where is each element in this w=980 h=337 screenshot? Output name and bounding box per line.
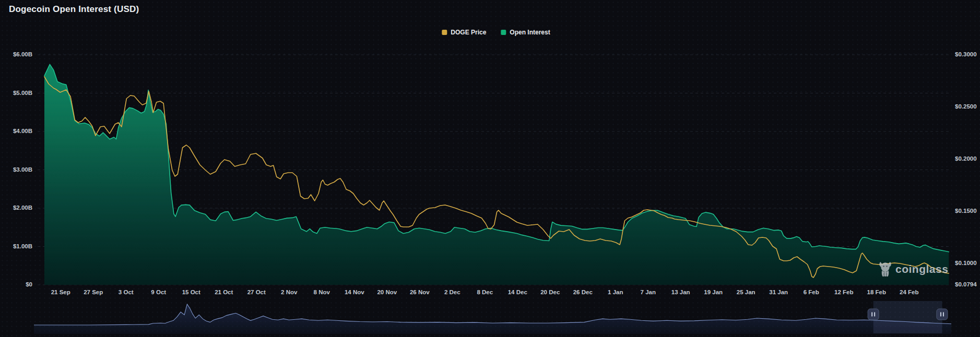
range-navigator[interactable] <box>34 301 951 334</box>
x-axis-label: 31 Jan <box>769 289 788 295</box>
y-axis-left-label: $3.00B <box>0 166 32 173</box>
x-axis-label: 27 Oct <box>247 289 266 295</box>
x-axis-label: 19 Jan <box>704 289 723 295</box>
y-axis-right-label: $0.3000 <box>955 51 977 57</box>
navigator-left-handle[interactable] <box>868 309 879 320</box>
x-axis-label: 3 Oct <box>119 289 134 295</box>
x-axis-label: 15 Oct <box>182 289 200 295</box>
x-axis-label: 9 Oct <box>151 289 166 295</box>
x-axis-label: 26 Dec <box>573 289 593 295</box>
y-axis-left-label: $2.00B <box>0 204 32 211</box>
y-axis-left-label: $4.00B <box>0 128 32 134</box>
x-axis-label: 20 Dec <box>540 289 560 295</box>
x-axis-label: 24 Feb <box>900 289 918 295</box>
x-axis-label: 27 Sep <box>84 289 103 295</box>
navigator-right-handle[interactable] <box>937 309 948 320</box>
navigator-selection-window[interactable] <box>873 301 942 333</box>
chart-plot-area[interactable] <box>0 0 980 337</box>
y-axis-right-label: $0.0794 <box>955 281 977 287</box>
y-axis-left-label: $1.00B <box>0 243 32 249</box>
x-axis-label: 12 Feb <box>834 289 853 295</box>
open-interest-area <box>44 64 949 285</box>
x-axis-label: 21 Oct <box>215 289 233 295</box>
x-axis-label: 7 Jan <box>641 289 656 295</box>
grip-bars-icon <box>874 312 875 317</box>
x-axis-label: 6 Feb <box>804 289 819 295</box>
x-axis-label: 14 Dec <box>508 289 527 295</box>
y-axis-left-label: $5.00B <box>0 90 32 96</box>
x-axis-label: 20 Nov <box>377 289 397 295</box>
x-axis-label: 21 Sep <box>51 289 70 295</box>
y-axis-right-label: $0.1500 <box>955 208 977 214</box>
x-axis-label: 2 Dec <box>444 289 461 295</box>
grip-bars-icon <box>943 312 944 317</box>
x-axis-label: 14 Nov <box>345 289 364 295</box>
x-axis-label: 13 Jan <box>671 289 690 295</box>
x-axis-label: 2 Nov <box>281 289 297 295</box>
x-axis-label: 18 Feb <box>867 289 886 295</box>
grip-bars-icon <box>871 312 872 317</box>
x-axis-label: 1 Jan <box>608 289 623 295</box>
chart-panel: Dogecoin Open Interest (USD) DOGE Price … <box>0 0 980 337</box>
x-axis-label: 8 Nov <box>314 289 330 295</box>
y-axis-left-label: $6.00B <box>0 51 32 57</box>
y-axis-right-label: $0.2500 <box>955 103 977 110</box>
x-axis-label: 8 Dec <box>477 289 493 295</box>
x-axis-label: 25 Jan <box>737 289 755 295</box>
y-axis-right-label: $0.1000 <box>955 260 977 266</box>
grip-bars-icon <box>940 312 941 317</box>
y-axis-left-label: $0 <box>0 281 32 287</box>
x-axis-label: 26 Nov <box>410 289 430 295</box>
y-axis-right-label: $0.2000 <box>955 155 977 162</box>
